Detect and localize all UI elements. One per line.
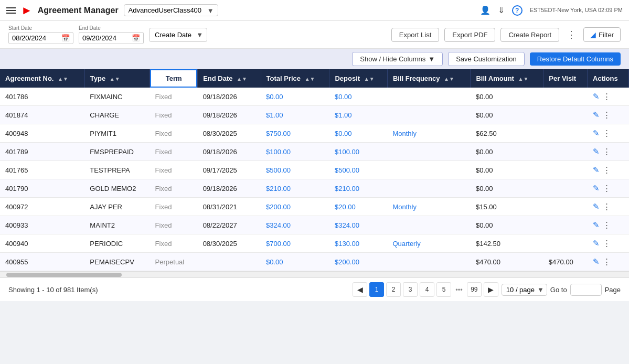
cell-total-price: $200.00 [261, 198, 329, 216]
end-date-label: End Date [79, 25, 144, 31]
cell-total-price: $750.00 [261, 124, 329, 143]
help-icon[interactable]: ? [512, 5, 523, 16]
cell-total-price: $1.00 [261, 106, 329, 124]
cell-agreement-no: 400955 [0, 253, 84, 271]
more-actions-icon[interactable]: ⋮ [603, 202, 611, 211]
cell-bill-frequency [387, 161, 471, 179]
more-actions-icon[interactable]: ⋮ [603, 92, 611, 101]
filter-funnel-icon: ◢ [590, 30, 596, 39]
col-agreement-no[interactable]: Agreement No. ▲▼ [0, 69, 84, 88]
table-row: 401874 CHARGE Fixed 09/18/2026 $1.00 $1.… [0, 106, 629, 124]
start-date-calendar-icon[interactable]: 📅 [61, 34, 70, 42]
start-date-wrap: 📅 [8, 32, 73, 44]
table-row: 400933 MAINT2 Fixed 08/22/2027 $324.00 $… [0, 216, 629, 234]
more-actions-icon[interactable]: ⋮ [603, 220, 611, 230]
start-date-input[interactable] [12, 34, 58, 42]
page-2-button[interactable]: 2 [386, 282, 401, 297]
col-bill-amount-label: Bill Amount [476, 74, 514, 82]
cell-total-price: $700.00 [261, 234, 329, 253]
prev-page-button[interactable]: ◀ [353, 282, 367, 297]
create-report-button[interactable]: Create Report [500, 28, 559, 42]
hamburger-menu[interactable] [6, 7, 16, 14]
cell-total-price: $210.00 [261, 179, 329, 198]
per-page-select[interactable]: 10 / page 20 / page 50 / page [502, 284, 547, 296]
col-term[interactable]: Term ▲▼ Term [150, 69, 198, 88]
col-total-price[interactable]: Total Price ▲▼ [261, 69, 329, 88]
cell-bill-frequency [387, 88, 471, 106]
edit-icon[interactable]: ✎ [593, 184, 600, 193]
col-agreement-no-sort-icon: ▲▼ [58, 76, 68, 82]
end-date-wrap: 📅 [79, 32, 144, 44]
cell-end-date: 09/18/2026 [198, 106, 261, 124]
edit-icon[interactable]: ✎ [593, 202, 600, 211]
scrollbar-thumb[interactable] [6, 273, 122, 277]
col-bill-amount[interactable]: Bill Amount ▲▼ [471, 69, 543, 88]
pagination-info: Showing 1 - 10 of 981 Item(s) [8, 286, 349, 294]
table-body: 401786 FIXMAINC Fixed 09/18/2026 $0.00 $… [0, 88, 629, 271]
cell-per-visit: $470.00 [543, 253, 588, 271]
show-hide-columns-label: Show / Hide Columns [360, 55, 425, 63]
top-bar: ► Agreement Manager AdvancedUserClass400… [0, 0, 629, 21]
cell-term: Perpetual [150, 253, 198, 271]
col-end-date-sort-icon: ▲▼ [237, 76, 247, 82]
more-actions-icon[interactable]: ⋮ [603, 129, 611, 138]
more-actions-icon[interactable]: ⋮ [603, 165, 611, 175]
cell-per-visit [543, 161, 588, 179]
user-select-wrap: AdvancedUserClass400 ▼ [124, 4, 218, 16]
more-actions-icon[interactable]: ⋮ [603, 147, 611, 156]
cell-type: PERIODIC [84, 234, 150, 253]
cell-deposit: $130.00 [329, 234, 387, 253]
col-bill-frequency[interactable]: Bill Frequency ▲▼ [387, 69, 471, 88]
cell-deposit: $324.00 [329, 216, 387, 234]
export-list-button[interactable]: Export List [391, 28, 439, 42]
page-4-button[interactable]: 4 [420, 282, 434, 297]
page-5-button[interactable]: 5 [436, 282, 451, 297]
user-icon[interactable]: 👤 [480, 5, 491, 15]
more-actions-icon[interactable]: ⋮ [603, 239, 611, 248]
end-date-calendar-icon[interactable]: 📅 [132, 34, 140, 42]
more-actions-icon[interactable]: ⋮ [603, 257, 611, 266]
more-actions-icon[interactable]: ⋮ [603, 184, 611, 193]
horizontal-scrollbar[interactable] [0, 271, 629, 277]
goto-input[interactable] [570, 284, 602, 296]
page-1-button[interactable]: 1 [369, 282, 384, 297]
col-end-date[interactable]: End Date ▲▼ [198, 69, 261, 88]
filter-button[interactable]: ◢ Filter [583, 27, 621, 42]
end-date-input[interactable] [82, 34, 129, 42]
export-pdf-button[interactable]: Export PDF [444, 28, 495, 42]
page-3-button[interactable]: 3 [403, 282, 418, 297]
cell-end-date: 08/31/2021 [198, 198, 261, 216]
customize-bar: Show / Hide Columns ▼ Save Customization… [0, 49, 629, 69]
show-hide-columns-button[interactable]: Show / Hide Columns ▼ [352, 52, 443, 66]
table-row: 400940 PERIODIC Fixed 08/30/2025 $700.00… [0, 234, 629, 253]
edit-icon[interactable]: ✎ [593, 220, 600, 230]
col-per-visit-label: Per Visit [549, 74, 576, 82]
more-options-button[interactable]: ⋮ [564, 27, 578, 42]
cell-term: Fixed [150, 143, 198, 161]
col-deposit[interactable]: Deposit ▲▼ [329, 69, 387, 88]
edit-icon[interactable]: ✎ [593, 147, 600, 156]
more-actions-icon[interactable]: ⋮ [603, 110, 611, 120]
table-row: 401786 FIXMAINC Fixed 09/18/2026 $0.00 $… [0, 88, 629, 106]
edit-icon[interactable]: ✎ [593, 257, 600, 266]
col-type[interactable]: Type ▲▼ [84, 69, 150, 88]
app-logo: ► [21, 4, 33, 17]
next-page-button[interactable]: ▶ [484, 282, 498, 297]
cell-per-visit [543, 88, 588, 106]
user-select[interactable]: AdvancedUserClass400 [124, 4, 218, 16]
cell-total-price: $500.00 [261, 161, 329, 179]
save-customization-button[interactable]: Save Customization [448, 52, 525, 66]
edit-icon[interactable]: ✎ [593, 110, 600, 120]
edit-icon[interactable]: ✎ [593, 165, 600, 175]
date-type-select[interactable]: Create Date [149, 28, 207, 42]
download-icon[interactable]: ⇓ [498, 5, 505, 15]
restore-default-columns-button[interactable]: Restore Default Columns [530, 52, 621, 66]
edit-icon[interactable]: ✎ [593, 92, 600, 101]
cell-type: PIYMIT1 [84, 124, 150, 143]
edit-icon[interactable]: ✎ [593, 239, 600, 248]
page-99-button[interactable]: 99 [467, 282, 482, 297]
cell-type: FIXMAINC [84, 88, 150, 106]
table-row: 400955 PEMAISECPV Perpetual $0.00 $200.0… [0, 253, 629, 271]
edit-icon[interactable]: ✎ [593, 129, 600, 138]
cell-actions: ✎ ⋮ [588, 179, 629, 198]
